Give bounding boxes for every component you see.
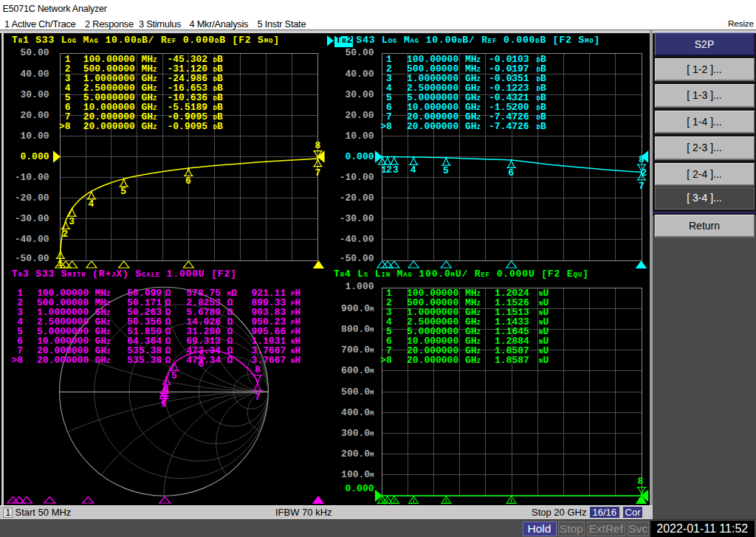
svg-text:7: 7 (315, 167, 321, 179)
svg-text:8: 8 (255, 364, 261, 375)
svg-text:8: 8 (638, 476, 644, 487)
svg-text:3: 3 (393, 164, 399, 176)
svg-text:5: 5 (171, 370, 177, 381)
svg-text:3: 3 (69, 216, 75, 227)
svg-text:2: 2 (62, 229, 68, 240)
svg-text:7: 7 (639, 181, 645, 192)
svg-text:4: 4 (163, 384, 169, 395)
svg-text:2: 2 (386, 164, 392, 176)
svg-text:5: 5 (120, 186, 126, 197)
svg-text:4: 4 (410, 164, 416, 176)
svg-text:2: 2 (642, 167, 647, 179)
svg-text:4: 4 (88, 198, 94, 209)
svg-text:6: 6 (185, 176, 191, 187)
svg-text:5: 5 (443, 165, 449, 176)
svg-text:6: 6 (508, 167, 514, 179)
svg-text:7: 7 (255, 392, 261, 403)
svg-text:8: 8 (315, 140, 321, 151)
